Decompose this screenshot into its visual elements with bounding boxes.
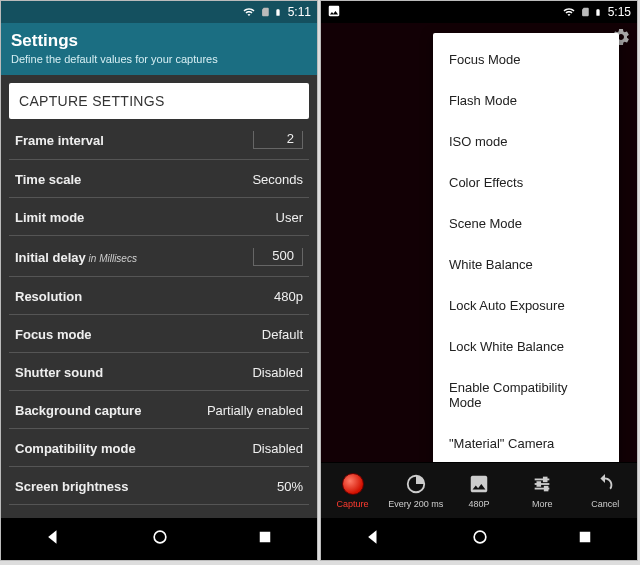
- phone-camera: 5:15 Focus ModeFlash ModeISO modeColor E…: [320, 0, 638, 561]
- toolbar-more-button[interactable]: More: [512, 472, 572, 509]
- section-header: CAPTURE SETTINGS: [9, 83, 309, 119]
- setting-row-time-scale[interactable]: Time scaleSeconds: [9, 160, 309, 198]
- setting-row-initial-delay[interactable]: Initial delay in Millisecs500: [9, 236, 309, 277]
- status-time: 5:11: [288, 5, 311, 19]
- setting-value: 50%: [243, 479, 303, 494]
- popup-item-scene-mode[interactable]: Scene Mode: [433, 203, 619, 244]
- toolbar-resolution-button[interactable]: 480P: [449, 472, 509, 509]
- settings-list: CAPTURE SETTINGS Frame interval2Time sca…: [1, 75, 317, 518]
- wifi-icon: [562, 6, 576, 18]
- setting-value: User: [243, 210, 303, 225]
- setting-value: 480p: [243, 289, 303, 304]
- setting-label: Focus mode: [15, 327, 92, 342]
- setting-value: Default: [243, 327, 303, 342]
- sliders-icon: [531, 473, 553, 495]
- wifi-icon: [242, 6, 256, 18]
- settings-header: Settings Define the default values for y…: [1, 23, 317, 75]
- android-nav-bar: [1, 518, 317, 560]
- timer-icon: [405, 473, 427, 495]
- phone-settings: 5:11 Settings Define the default values …: [0, 0, 318, 561]
- setting-row-focus-mode[interactable]: Focus modeDefault: [9, 315, 309, 353]
- setting-value: 2: [243, 131, 303, 149]
- popup-item-color-effects[interactable]: Color Effects: [433, 162, 619, 203]
- svg-rect-1: [260, 532, 271, 543]
- toolbar-capture-button[interactable]: Capture: [323, 472, 383, 509]
- toolbar-label: 480P: [468, 499, 489, 509]
- image-icon: [327, 4, 341, 21]
- toolbar-label: More: [532, 499, 553, 509]
- toolbar-label: Capture: [337, 499, 369, 509]
- popup-item-lock-white-balance[interactable]: Lock White Balance: [433, 326, 619, 367]
- setting-row-compatibility-mode[interactable]: Compatibility modeDisabled: [9, 429, 309, 467]
- sim-icon: [580, 6, 590, 18]
- setting-row-screen-brightness[interactable]: Screen brightness50%: [9, 467, 309, 505]
- setting-row-schedule[interactable]: Schedulenone: [9, 505, 309, 518]
- setting-label: Limit mode: [15, 210, 84, 225]
- setting-row-shutter-sound[interactable]: Shutter soundDisabled: [9, 353, 309, 391]
- nav-back-button[interactable]: [44, 527, 64, 551]
- setting-label: Background capture: [15, 403, 141, 418]
- status-bar: 5:11: [1, 1, 317, 23]
- setting-value: Partially enabled: [207, 403, 303, 418]
- popup-item-focus-mode[interactable]: Focus Mode: [433, 39, 619, 80]
- setting-label: Compatibility mode: [15, 441, 136, 456]
- toolbar-cancel-button[interactable]: Cancel: [575, 472, 635, 509]
- status-time: 5:15: [608, 5, 631, 19]
- setting-label: Time scale: [15, 172, 81, 187]
- svg-rect-8: [545, 487, 548, 491]
- toolbar-label: Cancel: [591, 499, 619, 509]
- popup-item-flash-mode[interactable]: Flash Mode: [433, 80, 619, 121]
- toolbar-label: Every 200 ms: [388, 499, 443, 509]
- popup-item-white-balance[interactable]: White Balance: [433, 244, 619, 285]
- android-nav-bar: [321, 518, 637, 560]
- setting-value: Disabled: [243, 441, 303, 456]
- setting-value: Disabled: [243, 365, 303, 380]
- nav-home-button[interactable]: [470, 527, 490, 551]
- setting-row-resolution[interactable]: Resolution480p: [9, 277, 309, 315]
- record-icon: [342, 473, 364, 495]
- nav-home-button[interactable]: [150, 527, 170, 551]
- setting-hint: in Millisecs: [86, 253, 137, 264]
- nav-back-button[interactable]: [364, 527, 384, 551]
- setting-value: 500: [243, 248, 303, 266]
- setting-row-frame-interval[interactable]: Frame interval2: [9, 119, 309, 160]
- sim-icon: [260, 6, 270, 18]
- setting-label: Shutter sound: [15, 365, 103, 380]
- svg-rect-6: [544, 478, 547, 482]
- popup-item-material-camera[interactable]: "Material" Camera: [433, 423, 619, 462]
- camera-viewfinder[interactable]: Focus ModeFlash ModeISO modeColor Effect…: [321, 23, 637, 462]
- popup-item-lock-auto-exposure[interactable]: Lock Auto Exposure: [433, 285, 619, 326]
- nav-recent-button[interactable]: [256, 528, 274, 550]
- undo-icon: [594, 473, 616, 495]
- popup-item-enable-compatibility-mode[interactable]: Enable Compatibility Mode: [433, 367, 619, 423]
- svg-point-9: [474, 531, 486, 543]
- setting-row-background-capture[interactable]: Background capturePartially enabled: [9, 391, 309, 429]
- setting-label: Resolution: [15, 289, 82, 304]
- options-popup-menu: Focus ModeFlash ModeISO modeColor Effect…: [433, 33, 619, 462]
- image-icon: [468, 473, 490, 495]
- status-bar: 5:15: [321, 1, 637, 23]
- setting-label: Initial delay in Millisecs: [15, 250, 137, 265]
- battery-icon: [274, 6, 282, 19]
- popup-item-iso-mode[interactable]: ISO mode: [433, 121, 619, 162]
- toolbar-interval-button[interactable]: Every 200 ms: [386, 472, 446, 509]
- svg-rect-7: [538, 482, 541, 486]
- setting-value: Seconds: [243, 172, 303, 187]
- battery-icon: [594, 6, 602, 19]
- camera-toolbar: CaptureEvery 200 ms480PMoreCancel: [321, 462, 637, 518]
- page-title: Settings: [11, 31, 307, 51]
- page-subtitle: Define the default values for your captu…: [11, 53, 307, 65]
- svg-rect-10: [580, 532, 591, 543]
- setting-label: Screen brightness: [15, 479, 128, 494]
- setting-row-limit-mode[interactable]: Limit modeUser: [9, 198, 309, 236]
- nav-recent-button[interactable]: [576, 528, 594, 550]
- svg-point-0: [154, 531, 166, 543]
- setting-label: Frame interval: [15, 133, 104, 148]
